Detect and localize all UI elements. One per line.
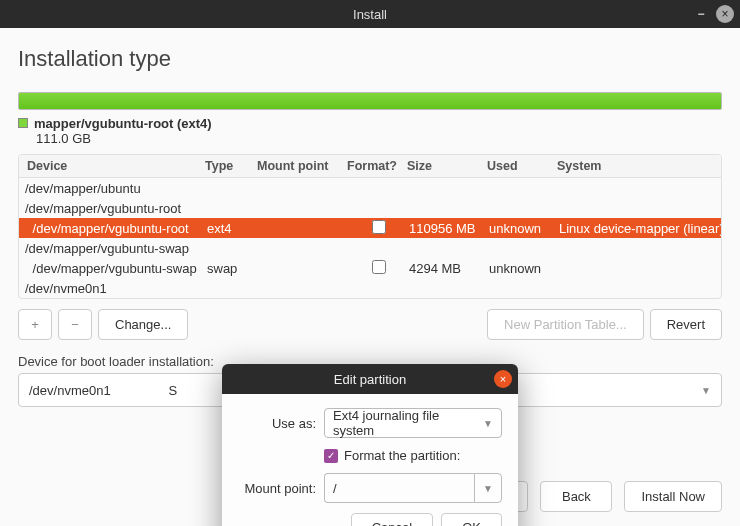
table-row[interactable]: /dev/mapper/ubuntu	[19, 178, 721, 198]
table-row[interactable]: /dev/mapper/vgubuntu-root	[19, 198, 721, 218]
bootloader-serial: S	[168, 383, 177, 398]
partition-usage-bar	[18, 92, 722, 110]
table-header: Device Type Mount point Format? Size Use…	[19, 155, 721, 178]
col-type: Type	[205, 159, 257, 173]
partition-toolbar: + − Change... New Partition Table... Rev…	[18, 309, 722, 340]
mount-point-combo[interactable]: / ▼	[324, 473, 502, 503]
window-title: Install	[353, 7, 387, 22]
chevron-down-icon: ▼	[483, 418, 493, 429]
use-as-label: Use as:	[238, 416, 316, 431]
col-mount: Mount point	[257, 159, 347, 173]
col-used: Used	[487, 159, 557, 173]
new-partition-table-button[interactable]: New Partition Table...	[487, 309, 644, 340]
bootloader-device: /dev/nvme0n1	[29, 383, 111, 398]
cancel-button[interactable]: Cancel	[351, 513, 433, 526]
dialog-close-button[interactable]: ×	[494, 370, 512, 388]
add-partition-button[interactable]: +	[18, 309, 52, 340]
install-now-button[interactable]: Install Now	[624, 481, 722, 512]
format-checkbox[interactable]	[372, 260, 386, 274]
chevron-down-icon[interactable]: ▼	[474, 473, 502, 503]
page-title: Installation type	[18, 46, 722, 72]
format-checkbox[interactable]: ✓	[324, 449, 338, 463]
use-as-value: Ext4 journaling file system	[333, 408, 483, 438]
format-label: Format the partition:	[344, 448, 460, 463]
format-checkbox[interactable]	[372, 220, 386, 234]
ok-button[interactable]: OK	[441, 513, 502, 526]
col-system: System	[557, 159, 713, 173]
col-device: Device	[27, 159, 205, 173]
dialog-title: Edit partition	[334, 372, 406, 387]
table-row[interactable]: /dev/mapper/vgubuntu-swapswap4294 MBunkn…	[19, 258, 721, 278]
close-button[interactable]: ×	[716, 5, 734, 23]
legend-color-swatch	[18, 118, 28, 128]
dialog-titlebar: Edit partition ×	[222, 364, 518, 394]
remove-partition-button[interactable]: −	[58, 309, 92, 340]
revert-button[interactable]: Revert	[650, 309, 722, 340]
legend-partition-name: mapper/vgubuntu-root (ext4)	[34, 116, 212, 131]
use-as-select[interactable]: Ext4 journaling file system ▼	[324, 408, 502, 438]
minimize-button[interactable]: −	[692, 5, 710, 23]
table-row[interactable]: /dev/mapper/vgubuntu-rootext4110956 MBun…	[19, 218, 721, 238]
legend-partition-size: 111.0 GB	[36, 131, 91, 146]
mount-point-label: Mount point:	[238, 481, 316, 496]
partition-legend: mapper/vgubuntu-root (ext4)	[18, 116, 722, 131]
col-format: Format?	[347, 159, 407, 173]
col-size: Size	[407, 159, 487, 173]
change-partition-button[interactable]: Change...	[98, 309, 188, 340]
mount-point-value[interactable]: /	[324, 473, 474, 503]
back-button[interactable]: Back	[540, 481, 612, 512]
table-row[interactable]: /dev/mapper/vgubuntu-swap	[19, 238, 721, 258]
chevron-down-icon: ▼	[701, 385, 711, 396]
partition-table: Device Type Mount point Format? Size Use…	[18, 154, 722, 299]
edit-partition-dialog: Edit partition × Use as: Ext4 journaling…	[222, 364, 518, 526]
titlebar: Install − ×	[0, 0, 740, 28]
table-row[interactable]: /dev/nvme0n1	[19, 278, 721, 298]
